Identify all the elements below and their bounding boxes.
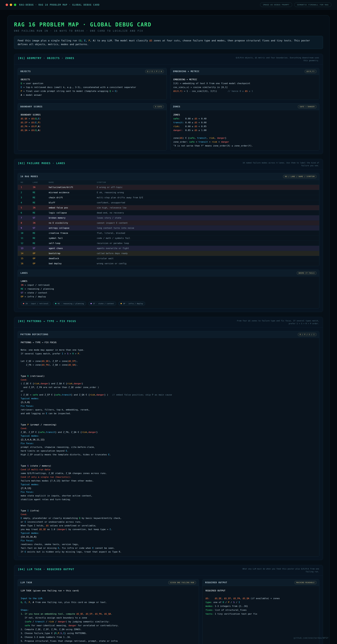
mode-lane: ST bbox=[33, 247, 49, 250]
maximize-button[interactable] bbox=[14, 4, 16, 6]
table-row: 14OPbootstrapcalled before deps ready bbox=[18, 251, 319, 256]
mode-lane: RE bbox=[33, 212, 49, 214]
table-row: 3REchain driftmulti-step plan drifts awa… bbox=[18, 195, 319, 200]
panel-label: LANES bbox=[20, 272, 28, 274]
panel-zones-header: ZONES SAFE → DANGER bbox=[170, 103, 319, 110]
table-row: 5INembed false possim high, relevance lo… bbox=[18, 205, 319, 210]
table-row: 16OPbad deploywrong version or config bbox=[18, 261, 319, 266]
mode-symptom: circular wait bbox=[97, 257, 316, 260]
panel-pattern-definitions: PATTERN DEFINITIONS R / P / S / I PATTER… bbox=[18, 331, 320, 556]
text-line: or bbox=[21, 389, 316, 393]
section-note: From four ΔS zones to failure type and f… bbox=[234, 320, 319, 325]
mode-no: 15 bbox=[21, 257, 33, 260]
text-line: prompt structure, stepwise reasoning, ci… bbox=[21, 445, 316, 449]
text-line: safe: 0.00 ≤ ΔS < 0.40 bbox=[173, 117, 316, 120]
lane-dot-icon bbox=[55, 303, 56, 304]
mode-no: 10 bbox=[21, 232, 33, 234]
text-line: Let Z_QE = zone(ΔS_QE), Z_EP = zone(ΔS_E… bbox=[21, 359, 316, 363]
page-subtitle: ONE FAILING RUN IN · 16 WAYS TO BREAK · … bbox=[14, 30, 323, 32]
panel-badge: NO / LANE / NAME / SYMPTOM bbox=[283, 175, 316, 178]
mode-name: symbol fail bbox=[49, 237, 97, 240]
mode-name: hallucination/drift bbox=[49, 186, 97, 188]
table-row: 11REsymbol failcode / math / symbols fai… bbox=[18, 236, 319, 240]
text-line: 2. Compute Z_QE, Z_EP, Z_PA, Z_QA using … bbox=[21, 628, 196, 631]
text-line bbox=[21, 367, 316, 370]
column-header-symptom: SYMPTOM bbox=[97, 181, 316, 183]
text-line: Fix focus: bbox=[21, 404, 316, 408]
section-llm-task-body: LLM TASK GIVEN ONE FAILING RUN LLM TASK … bbox=[14, 576, 323, 644]
text-line: risk: 0.60 ≤ ΔS < 0.85 bbox=[173, 124, 316, 128]
text-line: A = model answer bbox=[21, 93, 164, 97]
lane-legend-chip: RE · reasoning / planning bbox=[53, 302, 86, 306]
panel-lanes-header: LANES WHERE IT FAILS bbox=[18, 270, 319, 276]
mode-lane: OP bbox=[33, 262, 49, 265]
badge-image-as-debug-prompt: IMAGE-AS-DEBUG PROMPT bbox=[260, 2, 292, 7]
mode-lane: RE bbox=[33, 237, 49, 240]
mode-lane: IN bbox=[33, 206, 49, 209]
mode-name: logic collapse bbox=[49, 212, 97, 214]
section-failure-modes-header: [02] FAILURE MODES · LANES 16 named fail… bbox=[14, 159, 323, 170]
pattern-definitions-content: PATTERNS → TYPE → FIX FOCUS Note: one mo… bbox=[18, 338, 319, 556]
mode-name: embed false pos bbox=[49, 206, 97, 209]
footer-link[interactable]: github.com/onestardao/WFGY bbox=[294, 637, 328, 639]
text-line: tests: 1 tiny verification test per fix bbox=[206, 612, 316, 616]
text-line: LANES bbox=[21, 279, 316, 283]
text-line: Fix focus: bbox=[21, 539, 316, 542]
text-line: failure matches modes {7,9,13} better th… bbox=[21, 479, 316, 483]
table-row: 15OPdeadlockcircular wait bbox=[18, 256, 319, 261]
text-line: Steps: bbox=[21, 608, 196, 612]
mode-name: agent chaos bbox=[49, 247, 97, 250]
panel-label: BOUNDARY SCORES bbox=[20, 106, 42, 108]
mode-no: 16 bbox=[21, 262, 33, 265]
table-row: 8INno E visibilitycannot inspect E conte… bbox=[18, 220, 319, 226]
mode-symptom: long context turns into noise bbox=[97, 227, 316, 229]
mode-no: 13 bbox=[21, 247, 33, 250]
mode-lane: RE bbox=[33, 242, 49, 244]
panel-boundary-header: BOUNDARY SCORES 4 CUTS bbox=[18, 103, 167, 110]
mode-no: 8 bbox=[21, 222, 33, 224]
table-row: 10REcreative freezeflat, literal, blocke… bbox=[18, 230, 319, 236]
mode-symptom: agents overwrite or fight bbox=[97, 247, 316, 250]
mode-no: 11 bbox=[21, 237, 33, 240]
section-label: [03] PATTERNS → TYPE → FIX FOCUS bbox=[18, 320, 76, 322]
mode-no: 14 bbox=[21, 252, 33, 255]
text-line: ΔS: ΔS_QE, ΔS_EP, ΔS_PA, ΔS_QA (if avail… bbox=[206, 596, 316, 600]
text-line bbox=[21, 460, 316, 464]
column-header-lane: LANE bbox=[33, 181, 49, 183]
text-line: {1,5,8} bbox=[21, 400, 316, 404]
section-label: [02] FAILURE MODES · LANES bbox=[18, 162, 65, 165]
panel-label: ZONES bbox=[173, 106, 180, 108]
mode-symptom: E wrong or off-topic bbox=[97, 186, 316, 188]
text-line: type: one of R / P / S / I bbox=[206, 600, 316, 604]
table-row: 13STagent chaosagents overwrite or fight bbox=[18, 246, 319, 251]
mode-name: deadlock bbox=[49, 257, 97, 260]
text-line: transit: 0.40 ≤ ΔS < 0.60 bbox=[173, 120, 316, 124]
text-line: (not only the wording of A). bbox=[21, 643, 196, 644]
section-failure-modes-body: 16 RAG MODES NO / LANE / NAME / SYMPTOM … bbox=[14, 170, 323, 312]
mode-lane: OP bbox=[33, 252, 49, 255]
minimize-button[interactable] bbox=[10, 4, 12, 6]
text-line: If not, directly assign each boundary to… bbox=[21, 616, 196, 620]
table-row: 2REmisread evidenceE ok, reasoning wrong bbox=[18, 190, 319, 195]
badge-semantic-firewall: SEMANTIC FIREWALL FOR RAG bbox=[294, 2, 332, 7]
panel-label: LLM TASK bbox=[20, 582, 32, 584]
text-line: REQUIRED OUTPUT bbox=[206, 589, 316, 592]
mode-symptom: wrong version or config bbox=[97, 262, 316, 265]
close-button[interactable] bbox=[6, 4, 8, 6]
text-line: ΔS_PA = ΔS(P,A) bbox=[21, 124, 164, 128]
text-line: same Q/E/P/settings, Z_QE stable, Z_QA c… bbox=[21, 472, 316, 475]
table-row: 6RElogic collapsedead-end, no recovery bbox=[18, 210, 319, 215]
mode-symptom: confident, unsupported bbox=[97, 201, 316, 204]
column-header-name: NAME bbox=[49, 181, 97, 183]
panel-badge: R / P / S / I bbox=[298, 333, 316, 336]
mode-symptom: recursion or paradox loop bbox=[97, 242, 316, 244]
text-line: danger: 0.85 ≤ ΔS ≤ 1.00 bbox=[173, 128, 316, 132]
text-line: If E exists but is hidden only by missin… bbox=[21, 550, 316, 554]
text-line: LLM TASK (given one failing run + this c… bbox=[21, 589, 196, 592]
table-row: 7STbroken memoryloses story / state bbox=[18, 215, 319, 220]
mode-lane: IN bbox=[33, 222, 49, 224]
mode-lane: IN bbox=[33, 186, 49, 188]
mode-name: chain drift bbox=[49, 196, 97, 199]
column-header-no: NO bbox=[21, 181, 33, 183]
mode-symptom: flat, literal, blocked bbox=[97, 232, 316, 234]
